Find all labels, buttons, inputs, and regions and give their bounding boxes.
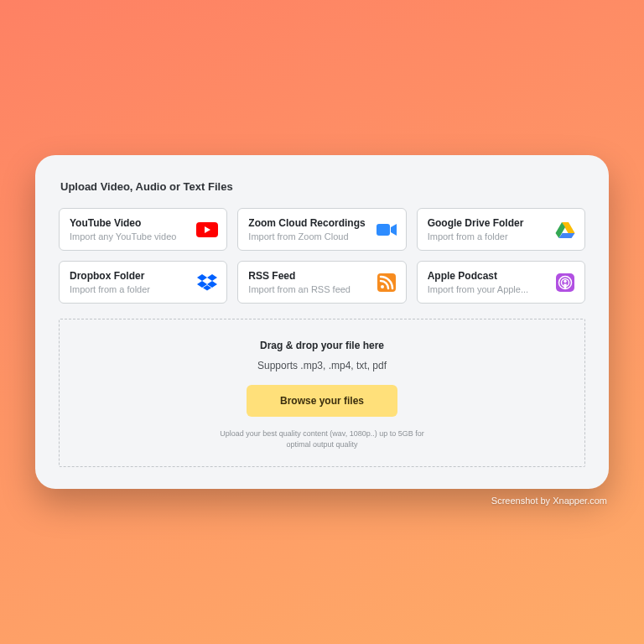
apple-podcast-icon <box>554 273 576 292</box>
watermark: Screenshot by Xnapper.com <box>491 496 607 506</box>
svg-marker-8 <box>207 274 217 281</box>
card-subtitle: Import from a folder <box>70 283 190 296</box>
svg-point-17 <box>564 280 567 283</box>
youtube-icon <box>196 221 218 239</box>
card-title: Dropbox Folder <box>70 269 190 283</box>
dropzone-note: Upload your best quality content (wav, 1… <box>213 428 431 449</box>
card-subtitle: Import from a folder <box>428 231 548 243</box>
source-apple-podcast[interactable]: Apple Podcast Import from your Apple... <box>417 261 585 304</box>
card-title: YouTube Video <box>70 216 190 230</box>
panel-title: Upload Video, Audio or Text Files <box>60 180 585 193</box>
zoom-icon <box>376 221 397 239</box>
dropzone-supports: Supports .mp3, .mp4, txt, pdf <box>257 360 387 371</box>
svg-marker-7 <box>197 274 207 281</box>
source-dropbox[interactable]: Dropbox Folder Import from a folder <box>59 261 227 304</box>
rss-icon <box>376 273 397 292</box>
card-subtitle: Import from your Apple... <box>428 283 548 296</box>
card-title: Google Drive Folder <box>428 216 548 230</box>
source-google-drive[interactable]: Google Drive Folder Import from a folder <box>417 208 585 251</box>
card-title: Apple Podcast <box>428 269 548 283</box>
source-rss[interactable]: RSS Feed Import from an RSS feed <box>237 261 406 304</box>
source-grid: YouTube Video Import any YouTube video Z… <box>59 208 585 304</box>
dropbox-icon <box>196 273 218 292</box>
card-subtitle: Import from an RSS feed <box>248 283 368 296</box>
card-title: Zoom Cloud Recordings <box>248 216 368 230</box>
svg-point-13 <box>381 285 384 288</box>
svg-rect-2 <box>377 224 390 236</box>
dropzone-title: Drag & drop your file here <box>260 340 384 351</box>
upload-panel: Upload Video, Audio or Text Files YouTub… <box>35 155 609 488</box>
source-zoom[interactable]: Zoom Cloud Recordings Import from Zoom C… <box>237 208 406 251</box>
source-youtube[interactable]: YouTube Video Import any YouTube video <box>59 208 227 251</box>
card-subtitle: Import any YouTube video <box>70 231 190 243</box>
card-title: RSS Feed <box>248 269 368 283</box>
svg-marker-3 <box>391 224 397 236</box>
browse-files-button[interactable]: Browse your files <box>247 385 397 417</box>
card-subtitle: Import from Zoom Cloud <box>248 231 368 243</box>
dropzone[interactable]: Drag & drop your file here Supports .mp3… <box>59 319 585 466</box>
google-drive-icon <box>554 221 576 239</box>
